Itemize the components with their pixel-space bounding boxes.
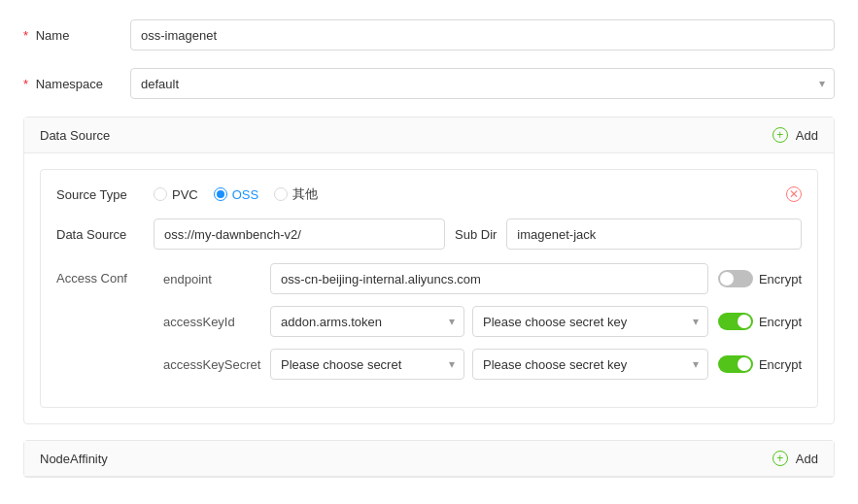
endpoint-input[interactable] (270, 263, 708, 294)
endpoint-label: endpoint (163, 272, 270, 286)
data-source-header: Data Source + Add (24, 118, 834, 153)
required-star-namespace: * (23, 77, 28, 91)
name-label-text: Name (36, 28, 70, 43)
radio-pvc[interactable]: PVC (154, 187, 198, 202)
radio-circle-oss (214, 187, 227, 201)
access-key-id-row: accessKeyId addon.arms.token Please choo… (163, 306, 802, 337)
access-key-id-toggle-knob (738, 315, 751, 328)
endpoint-encrypt-label: Encrypt (759, 272, 802, 286)
namespace-select[interactable]: default (130, 68, 835, 99)
radio-other[interactable]: 其他 (274, 185, 318, 203)
access-key-id-secret-select[interactable]: Please choose secret key (472, 306, 708, 337)
radio-oss[interactable]: OSS (214, 187, 258, 202)
access-key-secret-toggle-switch[interactable] (718, 355, 753, 373)
access-key-secret-select-wrapper[interactable]: Please choose secret (270, 349, 464, 380)
sub-dir-input[interactable] (506, 218, 802, 250)
node-affinity-title: NodeAffinity (40, 452, 772, 466)
access-key-secret-select[interactable]: Please choose secret (270, 349, 464, 380)
source-type-radio-group: PVC OSS 其他 (154, 185, 786, 203)
access-key-secret-encrypt-toggle: Encrypt (718, 355, 802, 373)
endpoint-row: endpoint Encrypt (163, 263, 802, 294)
access-key-secret-label: accessKeySecret (163, 357, 270, 372)
endpoint-toggle-switch[interactable] (718, 270, 753, 287)
name-label: * Name (23, 28, 130, 43)
access-key-secret-toggle-knob (738, 357, 751, 371)
access-key-id-encrypt-toggle: Encrypt (718, 313, 802, 330)
delete-datasource-icon[interactable]: ✕ (786, 186, 802, 202)
node-affinity-section: NodeAffinity + Add (23, 440, 835, 478)
data-source-input-row: Data Source Sub Dir (56, 218, 802, 250)
name-input[interactable] (130, 19, 835, 50)
access-conf-section: Access Conf endpoint Encrypt (56, 263, 802, 391)
radio-circle-pvc (154, 187, 167, 201)
data-source-add-button[interactable]: Add (796, 128, 818, 143)
access-key-id-toggle-switch[interactable] (718, 313, 753, 330)
data-source-field-label: Data Source (56, 227, 154, 242)
data-source-inner-card: Source Type PVC OSS 其他 ✕ (40, 169, 818, 408)
endpoint-encrypt-toggle: Encrypt (718, 270, 802, 287)
data-source-actions: + Add (772, 127, 818, 143)
node-affinity-add-icon[interactable]: + (772, 451, 788, 466)
node-affinity-header: NodeAffinity + Add (24, 441, 834, 477)
namespace-select-wrapper[interactable]: default (130, 68, 835, 99)
namespace-label: * Namespace (23, 77, 130, 91)
data-source-title: Data Source (40, 128, 772, 143)
namespace-label-text: Namespace (36, 77, 103, 91)
access-key-secret-key-select[interactable]: Please choose secret key (472, 349, 708, 380)
namespace-row: * Namespace default (23, 68, 835, 99)
radio-pvc-label: PVC (172, 187, 198, 202)
sub-dir-label: Sub Dir (455, 227, 497, 242)
access-key-id-encrypt-label: Encrypt (759, 315, 802, 329)
access-key-id-select[interactable]: addon.arms.token (270, 306, 464, 337)
radio-oss-label: OSS (232, 187, 258, 202)
endpoint-toggle-knob (720, 272, 734, 286)
access-key-secret-row: accessKeySecret Please choose secret Ple… (163, 349, 802, 380)
access-conf-fields: endpoint Encrypt accessKeyId (163, 263, 802, 391)
radio-other-label: 其他 (292, 185, 318, 203)
source-type-label: Source Type (56, 187, 154, 202)
node-affinity-actions: + Add (772, 451, 818, 466)
radio-circle-other (274, 187, 288, 201)
access-key-id-label: accessKeyId (163, 315, 270, 329)
access-key-secret-key-select-wrapper[interactable]: Please choose secret key (472, 349, 708, 380)
data-source-add-icon[interactable]: + (772, 127, 788, 143)
access-conf-label: Access Conf (56, 263, 163, 286)
data-source-section: Data Source + Add Source Type PVC OSS (23, 117, 835, 424)
access-key-id-secret-select-wrapper[interactable]: Please choose secret key (472, 306, 708, 337)
access-key-secret-encrypt-label: Encrypt (759, 357, 802, 372)
name-row: * Name (23, 19, 835, 50)
access-key-id-select-wrapper[interactable]: addon.arms.token (270, 306, 464, 337)
required-star: * (23, 28, 28, 43)
data-source-input[interactable] (154, 218, 445, 250)
node-affinity-add-button[interactable]: Add (796, 452, 818, 466)
source-type-row: Source Type PVC OSS 其他 ✕ (56, 185, 802, 203)
